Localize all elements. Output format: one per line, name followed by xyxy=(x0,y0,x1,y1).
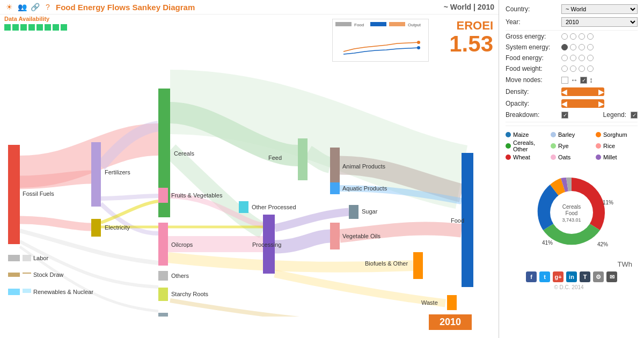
share-icon[interactable]: 🔗 xyxy=(30,2,40,12)
svg-rect-3 xyxy=(389,22,405,26)
country-select[interactable]: ~ World xyxy=(561,4,638,14)
node-label-food: Food xyxy=(451,217,464,224)
node-label-vegetable-oils: Vegetable Oils xyxy=(342,233,380,239)
system-energy-radio-4[interactable] xyxy=(587,44,594,50)
food-energy-radio-4[interactable] xyxy=(587,55,594,61)
node-oilcrops[interactable] xyxy=(158,223,168,266)
wheat-label-legend: Wheat xyxy=(513,154,530,160)
gross-energy-radio-3[interactable] xyxy=(579,33,585,40)
gross-energy-radios xyxy=(561,33,594,40)
breakdown-checkbox[interactable]: ✓ xyxy=(561,112,568,119)
food-weight-radio-3[interactable] xyxy=(579,65,585,72)
node-labor[interactable] xyxy=(8,255,20,261)
node-aquatic-products[interactable] xyxy=(330,182,340,194)
right-panel: Country: ~ World Year: 2010 Gross energy… xyxy=(499,0,644,338)
twh-label: TWh xyxy=(506,260,638,268)
sankey-diagram[interactable]: Fossil Fuels Fertilizers Electricity Lab… xyxy=(0,32,488,317)
legend-checkbox[interactable]: ✓ xyxy=(631,112,638,119)
node-label-labor: Labor xyxy=(33,255,48,261)
food-energy-radio-2[interactable] xyxy=(570,55,576,61)
pie-center-label1: Cereals xyxy=(562,204,581,210)
legend-oats: Oats xyxy=(551,154,592,160)
food-weight-radio-1[interactable] xyxy=(561,65,568,72)
avail-dot-8 xyxy=(61,24,67,31)
node-fossil-fuels[interactable] xyxy=(8,145,20,244)
legend-label: Legend: xyxy=(603,111,626,119)
node-fruits-veg[interactable] xyxy=(158,188,168,203)
node-electricity[interactable] xyxy=(91,219,101,237)
node-feed[interactable] xyxy=(298,138,308,180)
googleplus-icon[interactable]: g+ xyxy=(553,271,564,282)
density-slider[interactable]: ◀ ▶ xyxy=(561,87,604,96)
linkedin-icon[interactable]: in xyxy=(566,271,577,282)
move-nodes-label: Move nodes: xyxy=(506,76,559,84)
system-energy-radios xyxy=(561,44,594,50)
opacity-label: Opacity: xyxy=(506,100,559,107)
move-vertical-checkbox[interactable]: ✓ xyxy=(580,77,587,84)
node-sugar-crops[interactable] xyxy=(158,313,168,317)
node-label-fossil-fuels: Fossil Fuels xyxy=(23,190,54,197)
legend-millet: Millet xyxy=(596,154,638,160)
food-weight-radios xyxy=(561,65,594,72)
cereals-other-dot xyxy=(506,143,511,149)
node-other-processed[interactable] xyxy=(239,201,248,213)
node-renewables[interactable] xyxy=(8,289,20,295)
avail-dot-3 xyxy=(20,24,27,31)
facebook-icon[interactable]: f xyxy=(526,271,537,282)
rye-dot xyxy=(551,143,556,149)
node-stock-draw[interactable] xyxy=(8,273,20,277)
system-energy-radio-3[interactable] xyxy=(579,44,585,50)
food-energy-label: Food energy: xyxy=(506,54,559,62)
help-icon[interactable]: ? xyxy=(43,2,53,12)
gross-energy-radio-2[interactable] xyxy=(570,33,576,40)
rice-dot xyxy=(596,143,601,149)
avail-dot-2 xyxy=(12,24,19,31)
density-row: Density: ◀ ▶ xyxy=(506,87,638,96)
move-vertical-icon[interactable]: ↕ xyxy=(589,76,593,84)
node-label-cereals: Cereals xyxy=(174,150,194,157)
country-row: Country: ~ World xyxy=(506,4,638,14)
node-label-animal-products: Animal Products xyxy=(342,163,386,170)
node-animal-products[interactable] xyxy=(330,148,340,185)
maize-dot xyxy=(506,132,511,137)
density-label: Density: xyxy=(506,88,559,95)
sun-icon[interactable]: ☀ xyxy=(4,2,14,12)
gross-energy-radio-1[interactable] xyxy=(561,33,568,40)
year-select[interactable]: 2010 xyxy=(561,17,638,27)
food-energy-radio-1[interactable] xyxy=(561,55,568,61)
node-waste[interactable] xyxy=(447,295,457,310)
node-vegetable-oils[interactable] xyxy=(330,223,340,249)
gross-energy-radio-4[interactable] xyxy=(587,33,594,40)
node-biofuels[interactable] xyxy=(413,252,423,279)
food-energy-radio-3[interactable] xyxy=(579,55,585,61)
twitter-icon[interactable]: t xyxy=(539,271,550,282)
legend-grid: Maize Barley Sorghum Cereals, Other Rye … xyxy=(506,131,638,160)
node-others[interactable] xyxy=(158,271,168,281)
email-icon[interactable]: ✉ xyxy=(606,271,617,282)
system-energy-radio-2[interactable] xyxy=(570,44,576,50)
node-fertilizers[interactable] xyxy=(91,142,101,207)
tumblr-icon[interactable]: T xyxy=(580,271,590,282)
node-starchy-roots[interactable] xyxy=(158,288,168,301)
people-icon[interactable]: 👥 xyxy=(17,2,27,12)
move-nodes-row: Move nodes: ↔ ✓ ↕ xyxy=(506,76,638,84)
opacity-arrow-right: ▶ xyxy=(598,99,604,108)
year-badge: 2010 xyxy=(429,314,472,330)
system-energy-radio-1[interactable] xyxy=(561,44,568,50)
maize-label: Maize xyxy=(513,131,529,138)
food-energy-radios xyxy=(561,55,594,61)
millet-dot xyxy=(596,155,601,160)
legend-cereals-other: Cereals, Other xyxy=(506,139,547,152)
move-horizontal-icon[interactable]: ↔ xyxy=(570,76,578,84)
pie-chart[interactable]: Cereals Food 3,743.01 41% 42% 11% xyxy=(513,167,631,258)
share2-icon[interactable]: ⚙ xyxy=(593,271,604,282)
node-sugar[interactable] xyxy=(349,205,358,219)
food-weight-radio-4[interactable] xyxy=(587,65,594,72)
copyright: © D.C. 2014 xyxy=(554,284,589,290)
svg-rect-0 xyxy=(335,22,352,26)
food-weight-radio-2[interactable] xyxy=(570,65,576,72)
move-nodes-checkbox[interactable] xyxy=(561,77,568,84)
oats-dot xyxy=(551,155,556,160)
opacity-slider[interactable]: ◀ ▶ xyxy=(561,99,604,108)
header-icons: ☀ 👥 🔗 ? xyxy=(4,2,53,12)
